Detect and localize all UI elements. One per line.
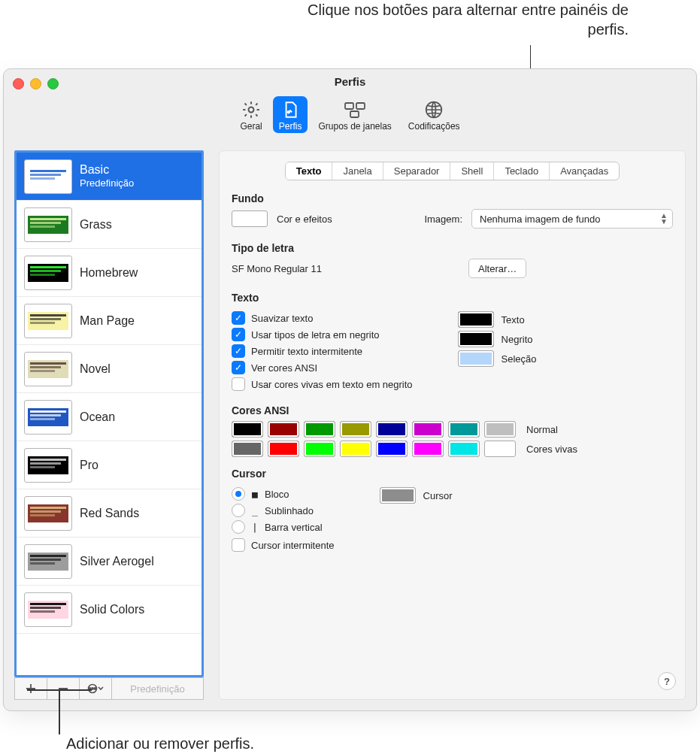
- tab-avançadas[interactable]: Avançadas: [550, 162, 619, 180]
- ansi-color-well[interactable]: [268, 421, 299, 438]
- ansi-color-well[interactable]: [304, 421, 335, 438]
- toolbar-item-general[interactable]: Geral: [234, 96, 268, 133]
- ansi-row-label: Normal: [526, 424, 558, 435]
- profile-subtitle: Predefinição: [80, 177, 134, 189]
- svg-point-0: [249, 107, 254, 113]
- svg-rect-2: [345, 103, 353, 109]
- change-font-button[interactable]: Alterar…: [468, 259, 526, 278]
- checkbox-usar-tipos-de-letra-em-negrito[interactable]: ✓Usar tipos de letra em negrito: [232, 328, 413, 341]
- checkbox-ver-cores-ansi[interactable]: ✓Ver cores ANSI: [232, 361, 413, 374]
- ansi-color-well[interactable]: [484, 441, 516, 457]
- profile-row-homebrew[interactable]: Homebrew: [17, 249, 202, 297]
- background-color-well[interactable]: [232, 210, 268, 227]
- tab-teclado[interactable]: Teclado: [494, 162, 550, 180]
- ansi-row-normal: Normal: [232, 421, 673, 438]
- checkbox-cursor-blink[interactable]: Cursor intermitente: [232, 538, 335, 552]
- profile-thumbnail: [24, 207, 72, 242]
- checkbox-permitir-texto-intermitente[interactable]: ✓Permitir texto intermitente: [232, 344, 413, 358]
- section-title-text: Texto: [232, 292, 673, 304]
- profile-row-grass[interactable]: Grass: [17, 201, 202, 249]
- content-area: BasicPredefiniçãoGrassHomebrewMan PageNo…: [14, 150, 686, 700]
- checkbox-suavizar-texto[interactable]: ✓Suavizar texto: [232, 311, 413, 325]
- ansi-colors: NormalCores vivas: [232, 421, 673, 457]
- checkbox-usar-cores-vivas-em-texto-em-negrito[interactable]: Usar cores vivas em texto em negrito: [232, 377, 413, 391]
- profile-row-pro[interactable]: Pro: [17, 441, 202, 489]
- radio-cursor-sublinhado[interactable]: _Sublinhado: [232, 504, 335, 517]
- toolbar-item-profiles[interactable]: Perfis: [273, 96, 308, 133]
- profile-actions-menu-button[interactable]: [80, 678, 112, 699]
- color-label: Seleção: [502, 353, 537, 365]
- checkbox-label: Permitir texto intermitente: [251, 346, 362, 357]
- color-well-negrito[interactable]: [458, 331, 494, 347]
- checkbox-box: [232, 377, 245, 391]
- ansi-color-well[interactable]: [232, 421, 263, 438]
- checkbox-box: ✓: [232, 311, 245, 325]
- radio-label: Sublinhado: [265, 505, 314, 516]
- checkbox-box: ✓: [232, 344, 245, 358]
- profile-thumbnail: [24, 544, 72, 579]
- profile-row-red-sands[interactable]: Red Sands: [17, 489, 202, 537]
- radio-cursor-barra-vertical[interactable]: |Barra vertical: [232, 520, 335, 534]
- toolbar-item-window-groups[interactable]: Grupos de janelas: [312, 96, 397, 133]
- callout-top: Clique nos botões para alternar entre pa…: [290, 0, 629, 39]
- section-title-cursor: Cursor: [232, 468, 673, 480]
- toolbar-label: Geral: [240, 121, 262, 132]
- ansi-color-well[interactable]: [448, 441, 480, 457]
- background-color-label: Cor e efeitos: [277, 213, 332, 225]
- profile-row-basic[interactable]: BasicPredefinição: [17, 153, 202, 201]
- ansi-color-well[interactable]: [304, 441, 335, 457]
- ansi-color-well[interactable]: [376, 421, 408, 438]
- ansi-color-well[interactable]: [376, 441, 408, 457]
- background-image-popup[interactable]: Nenhuma imagem de fundo ▲▼: [471, 209, 673, 229]
- cursor-color-well[interactable]: [380, 487, 416, 504]
- profile-row-ocean[interactable]: Ocean: [17, 393, 202, 441]
- radio-label: Bloco: [265, 489, 289, 500]
- section-title-background: Fundo: [232, 192, 673, 204]
- tab-texto[interactable]: Texto: [286, 162, 333, 180]
- section-title-font: Tipo de letra: [232, 242, 673, 254]
- profile-row-man-page[interactable]: Man Page: [17, 297, 202, 345]
- tab-shell[interactable]: Shell: [450, 162, 494, 180]
- color-well-texto[interactable]: [458, 311, 494, 328]
- remove-profile-button[interactable]: [47, 678, 80, 699]
- tab-janela[interactable]: Janela: [332, 162, 383, 180]
- profile-row-novel[interactable]: Novel: [17, 345, 202, 393]
- ansi-color-well[interactable]: [232, 441, 263, 457]
- profile-row-solid-colors[interactable]: Solid Colors: [17, 586, 202, 634]
- ansi-color-well[interactable]: [412, 441, 444, 457]
- help-button[interactable]: ?: [658, 672, 676, 690]
- window-title: Perfis: [4, 75, 696, 88]
- ansi-row-label: Cores vivas: [526, 444, 577, 455]
- svg-rect-3: [356, 103, 365, 109]
- radio-label: Barra vertical: [265, 522, 323, 533]
- profiles-list[interactable]: BasicPredefiniçãoGrassHomebrewMan PageNo…: [14, 150, 204, 677]
- profile-row-silver-aerogel[interactable]: Silver Aerogel: [17, 537, 202, 586]
- globe-icon: [424, 99, 444, 120]
- ansi-color-well[interactable]: [448, 421, 480, 438]
- preferences-window: Perfis Geral Perfis Grupos de janelas Co…: [3, 68, 697, 711]
- ansi-color-well[interactable]: [484, 421, 516, 438]
- profile-icon: [280, 99, 300, 120]
- color-well-seleção[interactable]: [458, 350, 494, 367]
- cursor-glyph-icon: _: [251, 505, 259, 516]
- tab-separador[interactable]: Separador: [383, 162, 451, 180]
- profile-thumbnail: [24, 400, 72, 435]
- section-title-ansi: Cores ANSI: [232, 404, 673, 416]
- window-groups-icon: [344, 99, 366, 120]
- ansi-color-well[interactable]: [340, 441, 371, 457]
- image-label: Imagem:: [424, 213, 462, 225]
- color-label: Texto: [502, 314, 525, 326]
- ansi-color-well[interactable]: [268, 441, 299, 457]
- radio-cursor-bloco[interactable]: ■Bloco: [232, 487, 335, 501]
- set-default-button[interactable]: Predefinição: [112, 678, 203, 699]
- profile-settings-pane: TextoJanelaSeparadorShellTecladoAvançada…: [219, 150, 686, 700]
- pane-tabs: TextoJanelaSeparadorShellTecladoAvançada…: [232, 162, 673, 180]
- checkbox-label: Usar cores vivas em texto em negrito: [251, 379, 413, 390]
- ansi-color-well[interactable]: [340, 421, 371, 438]
- toolbar-item-encodings[interactable]: Codificações: [402, 96, 466, 133]
- profile-name: Silver Aerogel: [80, 554, 154, 569]
- add-profile-button[interactable]: [15, 678, 47, 699]
- segmented-control: TextoJanelaSeparadorShellTecladoAvançada…: [285, 162, 620, 180]
- cursor-options: ■Bloco_Sublinhado|Barra verticalCursor i…: [232, 484, 335, 555]
- ansi-color-well[interactable]: [412, 421, 444, 438]
